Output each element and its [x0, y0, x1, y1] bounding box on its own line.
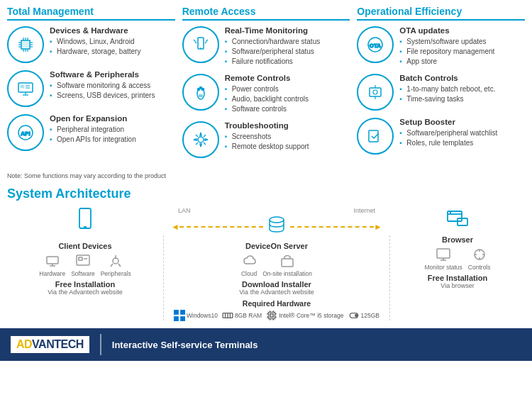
advantech-logo: ADVANTECH — [11, 336, 89, 353]
bullet: Screenshots — [225, 132, 309, 142]
phone-icon — [74, 207, 96, 235]
realtime-monitoring-content: Real-Time Monitoring Connection/hardware… — [225, 26, 321, 67]
svg-line-26 — [194, 40, 196, 42]
settings-icon — [182, 121, 219, 158]
bullet: Audio, backlight controls — [225, 94, 309, 104]
free-install-left-sub: Via the Advantech website — [48, 289, 122, 296]
ota-updates-title: OTA updates — [399, 26, 494, 35]
server-db-icon — [266, 215, 287, 239]
svg-rect-74 — [458, 218, 467, 225]
feature-open-expansion: API Open for Expansion Peripheral integr… — [7, 114, 175, 151]
svg-point-72 — [355, 314, 357, 316]
svg-rect-62 — [270, 314, 274, 318]
controls-icon-small: Controls — [468, 247, 491, 271]
setup-booster-content: Setup Booster Software/peripheral watchl… — [399, 118, 497, 148]
api-icon: API — [7, 114, 44, 151]
dashed-line-2 — [290, 226, 374, 228]
peripherals-icon-small: Peripherals — [101, 253, 131, 277]
feature-realtime-monitoring: Real-Time Monitoring Connection/hardware… — [182, 26, 350, 67]
download-installer-label: Download Installer — [242, 280, 311, 289]
bullet: App store — [399, 57, 494, 67]
svg-rect-55 — [174, 316, 179, 321]
download-installer-sub: Via the Advantech website — [239, 289, 314, 296]
onsite-icon-small: On-site installation — [262, 253, 312, 277]
chip-icon — [7, 26, 44, 63]
svg-rect-53 — [174, 310, 179, 315]
svg-rect-17 — [21, 85, 24, 88]
footer-tagline: Interactive Self-service Terminals — [112, 340, 258, 350]
svg-rect-48 — [79, 257, 82, 260]
arch-title: System Architecture — [7, 186, 525, 201]
svg-rect-37 — [370, 88, 381, 96]
bullet: File repository management — [399, 47, 494, 57]
bullet: Connection/hardware status — [225, 37, 321, 47]
svg-point-38 — [373, 90, 377, 94]
dashed-line-1 — [179, 226, 263, 228]
bullet: System/software updates — [399, 37, 494, 47]
remote-icon — [182, 74, 219, 111]
column-remote-access: Remote Access Real-Time Monitoring Conne… — [182, 6, 350, 165]
col3-title: Operational Efficiency — [357, 6, 525, 21]
arch-server: LAN Internet ◄ ► DeviceOn Server — [167, 207, 386, 321]
svg-line-25 — [205, 42, 206, 43]
arch-browser: Browser Monitor status Controls Free Ins… — [394, 207, 521, 289]
svg-rect-44 — [47, 257, 58, 264]
server-label: DeviceOn Server — [245, 242, 308, 250]
client-device-icons: Hardware Software Peripherals — [39, 253, 131, 277]
bullet: Open APIs for integration — [50, 135, 136, 145]
lan-label: LAN — [178, 207, 191, 214]
bullet: Software monitoring & access — [50, 81, 155, 91]
bullet: 1-to-many batch reboot, etc. — [399, 84, 495, 94]
req-ram: 8GB RAM — [222, 310, 262, 321]
footer-divider — [100, 334, 101, 355]
open-expansion-content: Open for Expansion Peripheral integratio… — [50, 114, 136, 145]
hardware-icon-small: Hardware — [39, 253, 65, 277]
software-peripherals-content: Software & Peripherals Software monitori… — [50, 70, 155, 101]
bullet: Software/peripheral status — [225, 47, 321, 57]
monitor-status-icon-small: Monitor status — [424, 247, 462, 271]
arch-client-devices: Client Devices Hardware Software Periphe… — [11, 207, 160, 296]
svg-line-27 — [206, 40, 208, 42]
browser-label: Browser — [442, 235, 473, 244]
feature-remote-controls: Remote Controls Power controls Audio, ba… — [182, 74, 350, 114]
req-hardware-title: Required Hardware — [174, 299, 379, 308]
top-section: Total Management Devices & Hardware Wind… — [0, 0, 532, 171]
troubleshooting-content: Troubleshooting Screenshots Remote deskt… — [225, 121, 309, 152]
svg-rect-77 — [437, 249, 450, 258]
remote-controls-content: Remote Controls Power controls Audio, ba… — [225, 74, 309, 114]
free-install-right-label: Free Installation — [428, 274, 487, 282]
bullet: Software controls — [225, 104, 309, 114]
feature-batch-controls: Batch Controls 1-to-many batch reboot, e… — [357, 74, 525, 111]
open-expansion-title: Open for Expansion — [50, 114, 136, 123]
note-text: Note: Some functions may vary according … — [0, 171, 532, 183]
phone-signal-icon — [182, 26, 219, 63]
svg-text:API: API — [21, 130, 30, 137]
client-devices-label: Client Devices — [58, 242, 111, 250]
svg-rect-13 — [23, 42, 28, 48]
ota-icon: OTA — [357, 26, 394, 63]
feature-setup-booster: Setup Booster Software/peripheral watchl… — [357, 118, 525, 155]
bullet: Roles, rule templates — [399, 138, 497, 148]
bullet: Failure notifications — [225, 57, 321, 67]
left-divider — [163, 235, 164, 320]
bullet: Power controls — [225, 84, 309, 94]
svg-rect-22 — [198, 38, 204, 49]
col1-title: Total Management — [7, 6, 175, 21]
svg-point-31 — [201, 89, 204, 91]
bullet: Remote desktop support — [225, 142, 309, 152]
bullet: Screens, USB devices, printers — [50, 91, 155, 101]
req-icons-row: Windows10 8GB RAM Intel® Core™ i5 storag… — [174, 310, 379, 321]
req-cpu: Intel® Core™ i5 storage — [266, 310, 343, 321]
software-icon-small: Software — [71, 253, 95, 277]
browser-sub-icons: Monitor status Controls — [424, 247, 490, 271]
setup-icon — [357, 118, 394, 155]
monitor-icon — [7, 70, 44, 107]
arrow-right-1: ► — [374, 222, 382, 232]
feature-ota-updates: OTA OTA updates System/software updates … — [357, 26, 525, 67]
bullet: Software/peripheral watchlist — [399, 128, 497, 138]
cloud-icon-small: Cloud — [241, 253, 257, 277]
realtime-monitoring-title: Real-Time Monitoring — [225, 26, 321, 35]
feature-troubleshooting: Troubleshooting Screenshots Remote deskt… — [182, 121, 350, 158]
troubleshooting-title: Troubleshooting — [225, 121, 309, 130]
bullet: Time-saving tasks — [399, 94, 495, 104]
